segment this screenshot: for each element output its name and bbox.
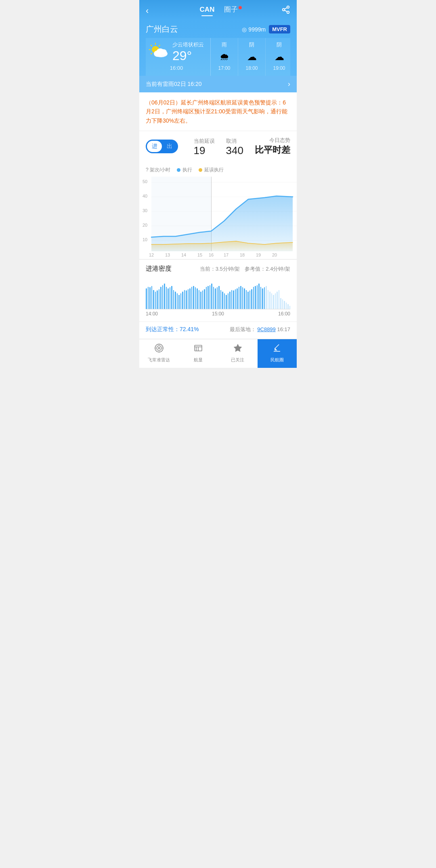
density-time-1600: 16:00 [278,311,290,317]
density-bar [231,290,233,309]
weather-current: 少云塔状积云 29° 16:00 [146,38,211,76]
density-bar [153,290,154,309]
density-bar [251,289,252,309]
density-title: 进港密度 [146,265,172,273]
density-bar [170,287,171,309]
last-flight-link[interactable]: 9C8899 [257,326,276,332]
density-bar [247,292,249,309]
density-bar [226,295,227,309]
density-bar [189,288,191,309]
svg-text:30: 30 [143,208,147,213]
density-bar [224,293,225,309]
density-bar [184,290,185,309]
density-bar [157,290,158,309]
header-tabs: CAN 圈子 [200,5,242,17]
density-reference: 参考值：2.4分钟/架 [245,265,290,273]
density-bar [168,288,169,309]
svg-marker-52 [234,344,242,352]
arrival-rate: 到达正常性：72.41% [146,326,199,333]
question-icon: ? [146,167,149,173]
density-bar [200,292,201,309]
svg-marker-54 [275,348,277,350]
svg-text:12: 12 [149,252,154,257]
density-bar [191,287,193,309]
warning-text: （06月02日）延长广州终端区航班延误黄色预警提示：6月2日，广州终端区预计至2… [139,92,297,131]
forecast-weather-icon: ☁ [275,51,284,63]
svg-text:13: 13 [165,252,170,257]
toggle-outbound[interactable]: 出 [162,141,177,152]
delayed-label: 延误执行 [204,167,224,173]
bottom-nav: 飞常准雷达 航显 已关注 民航圈 [139,339,297,368]
legend-unit: ? 架次/小时 [146,167,170,173]
density-bar [188,289,189,309]
density-bar [149,287,151,309]
today-label: 今日态势 [269,137,290,144]
legend-executed: 执行 [177,167,192,173]
weather-icon [149,42,170,62]
density-bar [213,287,214,309]
circle-icon [272,343,282,355]
svg-line-3 [285,10,287,12]
density-bar [182,292,183,309]
weather-desc-temp: 少云塔状积云 29° [172,41,204,63]
density-bar [202,290,203,309]
visibility: ◎ 9999m [242,26,266,33]
cancel-stat: 取消 340 [226,138,243,156]
visibility-icon: ◎ [242,26,247,33]
density-current: 当前：3.5分钟/架 [200,265,240,273]
density-bar [220,290,222,309]
weather-description: 少云塔状积云 [172,41,204,48]
svg-point-41 [155,344,163,352]
notification-dot [239,6,242,9]
density-bar [206,287,207,309]
share-button[interactable] [281,5,290,16]
header-nav: ‹ CAN 圈子 [146,5,290,20]
delay-label: 当前延误 [194,138,215,145]
density-bar [273,295,274,309]
back-button[interactable]: ‹ [146,6,160,16]
cancel-label: 取消 [226,138,243,145]
density-bar [269,292,270,309]
header: ‹ CAN 圈子 [139,0,297,20]
density-chart [146,277,290,309]
svg-text:10: 10 [143,237,147,242]
tab-quanzi[interactable]: 圈子 [224,5,242,17]
svg-text:18: 18 [240,252,245,257]
executed-label: 执行 [182,167,192,173]
density-bar [286,303,287,309]
nav-followed[interactable]: 已关注 [218,339,258,368]
svg-point-17 [160,49,167,55]
delayed-dot [199,168,202,172]
legend-delayed: 延误执行 [199,167,224,173]
nav-circle[interactable]: 民航圈 [258,339,297,368]
weather-icon-row: 少云塔状积云 29° [149,41,204,63]
density-header: 进港密度 当前：3.5分钟/架 参考值：2.4分钟/架 [146,265,290,273]
svg-line-53 [275,344,279,348]
density-bar [222,292,223,309]
density-bar [253,287,254,309]
direction-toggle[interactable]: 进 出 [146,140,178,153]
density-bar [197,288,198,309]
density-bar [266,286,267,309]
density-bar [164,284,165,309]
tab-can[interactable]: CAN [200,6,215,16]
footer-stats: 到达正常性：72.41% 最后落地： 9C8899 16:17 [139,321,297,339]
last-landing: 最后落地： 9C8899 16:17 [230,326,290,333]
density-bar [193,286,194,309]
density-bar [218,286,220,309]
nav-flight[interactable]: 航显 [179,339,218,368]
density-bar [287,304,289,309]
cancel-value: 340 [226,145,243,156]
svg-text:14: 14 [181,252,186,257]
stats-numbers: 当前延误 19 取消 340 今日态势 比平时差 [194,137,290,156]
alert-banner[interactable]: 当前有雷雨02日 16:20 › [139,76,297,92]
alert-arrow-icon: › [288,80,290,88]
toggle-inbound[interactable]: 进 [147,141,162,152]
svg-text:20: 20 [143,223,147,227]
density-times: 14:00 15:00 16:00 [146,309,290,320]
flight-icon [193,343,203,355]
delay-stat: 当前延误 19 [194,138,215,156]
density-bar [177,293,178,309]
nav-radar[interactable]: 飞常准雷达 [139,339,179,368]
airport-section: 广州白云 ◎ 9999m MVFR [139,20,297,76]
